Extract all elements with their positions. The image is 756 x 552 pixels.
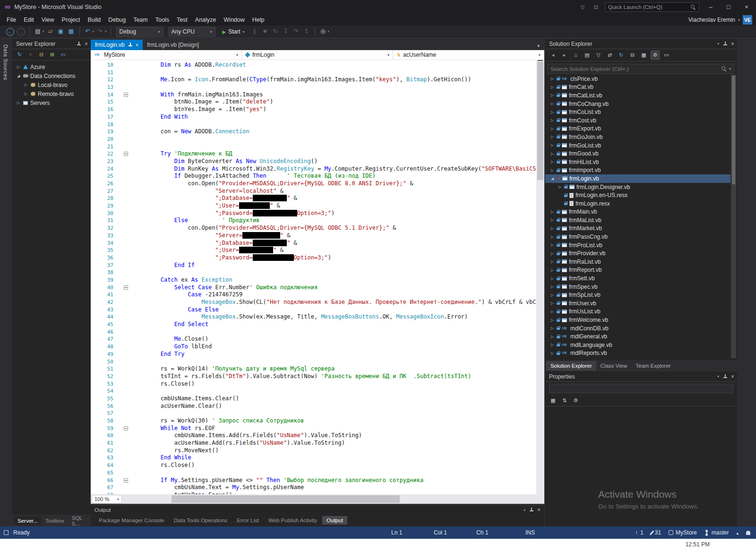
- property-pages-button[interactable]: ⚙: [571, 396, 580, 405]
- sync-with-active-document-button[interactable]: ⇄: [605, 51, 614, 60]
- code-line[interactable]: 66 If My.Settings.pUserName <> "" Then '…: [91, 477, 536, 484]
- chevron-collapsed-icon[interactable]: ▷: [550, 343, 555, 347]
- code-line[interactable]: 62 rs.MoveNext(): [91, 447, 536, 455]
- quick-launch-input[interactable]: Quick Launch (Ctrl+Q): [605, 2, 699, 12]
- close-icon[interactable]: ×: [85, 41, 88, 47]
- code-line[interactable]: 14 With frmMain.imgMain163.Images: [91, 91, 536, 99]
- chevron-down-icon[interactable]: ▾: [328, 30, 330, 34]
- chevron-down-icon[interactable]: ▾: [717, 42, 719, 46]
- code-line[interactable]: 16 btnYes.Image = .Item("yes"): [91, 106, 536, 113]
- code-line[interactable]: 61 acUserName.Add(rs.Fields("UsName").Va…: [91, 440, 536, 447]
- menu-test[interactable]: Test: [173, 14, 191, 26]
- tab-error-list[interactable]: Error List: [232, 516, 263, 525]
- code-line[interactable]: 30 ";Password= Option=3;"): [91, 210, 536, 217]
- connect-to-server-button[interactable]: ⊞: [48, 51, 56, 59]
- code-line[interactable]: 39 Catch ex As Exception: [91, 276, 536, 284]
- menu-project[interactable]: Project: [58, 14, 84, 26]
- status-column[interactable]: Col 1: [434, 526, 447, 539]
- code-line[interactable]: 25 If Debugger.IsAttached Then ' Тестова…: [91, 172, 536, 180]
- collapse-region-icon[interactable]: [124, 426, 128, 431]
- code-line[interactable]: 17 End With: [91, 113, 536, 121]
- data-sources-tab[interactable]: Data Sources: [3, 44, 9, 80]
- solution-item-frmcat-vb[interactable]: ▷frmCat.vb: [545, 83, 730, 92]
- collapse-region-icon[interactable]: [124, 152, 128, 156]
- chevron-collapsed-icon[interactable]: ▷: [550, 168, 555, 172]
- solution-item-frmcolist-vb[interactable]: ▷frmCoList.vb: [545, 108, 730, 116]
- collapse-region-icon[interactable]: [124, 285, 128, 290]
- solution-item-frmsplist-vb[interactable]: ▷frmSpList.vb: [545, 291, 730, 299]
- chevron-collapsed-icon[interactable]: ▷: [550, 243, 555, 247]
- chevron-collapsed-icon[interactable]: ▷: [550, 160, 555, 164]
- solution-item-frmuser-vb[interactable]: ▷frmUser.vb: [545, 299, 730, 308]
- menu-help[interactable]: Help: [249, 14, 268, 26]
- solution-item-frmralist-vb[interactable]: ▷frmRaList.vb: [545, 258, 730, 266]
- fold-margin[interactable]: [117, 284, 133, 292]
- menu-view[interactable]: View: [38, 14, 58, 26]
- status-character[interactable]: Ch 1: [476, 526, 488, 539]
- save-all-button[interactable]: ▦: [67, 27, 76, 36]
- chevron-expanded-icon[interactable]: ◢: [16, 74, 21, 78]
- collapse-region-icon[interactable]: [124, 93, 128, 97]
- code-line[interactable]: 29 ";User= " &: [91, 202, 536, 210]
- menu-edit[interactable]: Edit: [20, 14, 38, 26]
- tab-package-manager-console[interactable]: Package Manager Console: [94, 516, 169, 525]
- chevron-collapsed-icon[interactable]: ▷: [24, 92, 28, 96]
- tree-item-servers[interactable]: ▷Servers: [12, 98, 91, 107]
- vertical-scrollbar-thumb[interactable]: [537, 62, 543, 180]
- chevron-down-icon[interactable]: ▾: [717, 374, 719, 379]
- chevron-collapsed-icon[interactable]: ▷: [550, 318, 555, 322]
- code-line[interactable]: 44 MessageBox.Show(ex.Message, Title, Me…: [91, 313, 536, 321]
- publish-caret[interactable]: [736, 529, 739, 536]
- code-line[interactable]: 51 rs = WorkQ(14) 'Получить дату и время…: [91, 365, 536, 373]
- tab-web-publish-activity[interactable]: Web Publish Activity: [264, 516, 321, 525]
- minimize-button[interactable]: –: [704, 2, 717, 12]
- navigate-backward-button[interactable]: ←: [6, 28, 14, 36]
- solution-item-frmuslist-vb[interactable]: ▷frmUsList.vb: [545, 308, 730, 316]
- code-line[interactable]: 53 rs.Close(): [91, 380, 536, 388]
- solution-item-mdlreports-vb[interactable]: ▷mdlReports.vb: [545, 349, 730, 358]
- show-all-files-button[interactable]: ▦: [639, 51, 648, 60]
- code-line[interactable]: 45 End Select: [91, 321, 536, 328]
- solution-item-frmmarket-vb[interactable]: ▷frmMarket.vb: [545, 224, 730, 233]
- chevron-collapsed-icon[interactable]: ▷: [550, 326, 555, 330]
- solution-item-mdlconndb-vb[interactable]: ▷mdlConnDB.vb: [545, 324, 730, 333]
- code-line[interactable]: 18: [91, 121, 536, 129]
- code-editor[interactable]: 10 Dim rs As ADODB.Recordset1112 Me.Icon…: [91, 60, 536, 494]
- tab-data-tools-operations[interactable]: Data Tools Operations: [170, 516, 232, 525]
- chevron-collapsed-icon[interactable]: ▷: [550, 102, 555, 106]
- tab-sql-s[interactable]: SQL S...: [68, 514, 91, 527]
- solution-configuration-combo[interactable]: Debug▾: [116, 27, 163, 37]
- tree-item-data-connections[interactable]: ◢Data Connections: [12, 71, 91, 80]
- chevron-down-icon[interactable]: ▾: [93, 30, 94, 34]
- code-line[interactable]: 27 "Server=localhost" &: [91, 188, 536, 195]
- horizontal-scrollbar[interactable]: [122, 494, 536, 504]
- document-tab-frmlogin-vb[interactable]: frmLogin.vb×: [91, 40, 143, 50]
- code-line[interactable]: 48 GoTo lblEnd: [91, 343, 536, 351]
- code-line[interactable]: 47 Me.Close(): [91, 336, 536, 343]
- solution-item-clsprice-vb[interactable]: ▷clsPrice.vb: [545, 75, 730, 83]
- chevron-collapsed-icon[interactable]: ▷: [550, 135, 555, 139]
- solution-item-frmmain-vb[interactable]: ▷frmMain.vb: [545, 208, 730, 216]
- code-line[interactable]: 37 End If: [91, 262, 536, 269]
- solution-item-mdlgeneral-vb[interactable]: ▷mdlGeneral.vb: [545, 332, 730, 341]
- solution-item-frmlogin-en-us-resx[interactable]: frmLogin.en-US.resx: [545, 191, 730, 199]
- chevron-collapsed-icon[interactable]: ▷: [550, 285, 555, 289]
- chevron-collapsed-icon[interactable]: ▷: [550, 293, 555, 297]
- back-button[interactable]: ◂: [549, 51, 558, 60]
- signed-in-user[interactable]: Viacheslav Eremin: [688, 17, 735, 23]
- solution-item-frmlogin-designer-vb[interactable]: ▷frmLogin.Designer.vb: [545, 183, 730, 191]
- code-line[interactable]: 42 MessageBox.Show(CL("Нет подключения к…: [91, 299, 536, 306]
- feedback-filter-icon[interactable]: ▽: [578, 4, 587, 10]
- current-branch[interactable]: master: [704, 529, 729, 536]
- categorized-button[interactable]: ▦: [549, 396, 558, 405]
- menu-window[interactable]: Window: [220, 14, 248, 26]
- code-line[interactable]: 19 con = New ADODB.Connection: [91, 128, 536, 136]
- chevron-collapsed-icon[interactable]: ▷: [550, 210, 555, 214]
- fold-margin[interactable]: [117, 150, 133, 158]
- close-icon[interactable]: ×: [537, 507, 541, 513]
- home-button[interactable]: ⌂: [571, 51, 580, 60]
- solution-item-frmwelcome-vb[interactable]: ▷frmWelcome.vb: [545, 316, 730, 324]
- chevron-collapsed-icon[interactable]: ▷: [16, 65, 21, 69]
- code-line[interactable]: 34 ";Database= " &: [91, 240, 536, 247]
- solution-item-frmcost-vb[interactable]: ▷frmCost.vb: [545, 116, 730, 125]
